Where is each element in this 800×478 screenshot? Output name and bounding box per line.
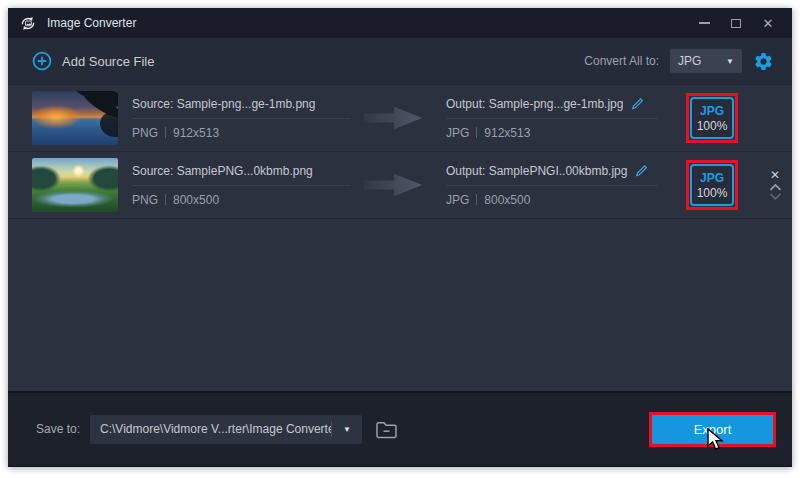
output-format: JPG: [446, 126, 469, 140]
convert-all-group: Convert All to: JPG ▼: [584, 49, 774, 73]
toolbar: Add Source File Convert All to: JPG ▼: [8, 38, 792, 85]
file-list: Source: Sample-png...ge-1mb.png PNG 912x…: [8, 85, 792, 391]
highlight-annotation-red-box: JPG 100%: [686, 160, 738, 210]
save-path-field: C:\Vidmore\Vidmore V...rter\Image Conver…: [90, 415, 362, 444]
browse-folder-icon[interactable]: [375, 420, 398, 439]
divider: [132, 118, 350, 119]
output-filename: Output: Sample-png...ge-1mb.jpg: [446, 97, 623, 111]
source-dimensions: 800x500: [173, 193, 219, 207]
row-controls: ✕: [765, 169, 785, 200]
divider: [446, 118, 658, 119]
highlight-annotation-red-box: JPG 100%: [686, 93, 738, 143]
rename-pencil-icon[interactable]: [634, 164, 648, 178]
badge-quality-label: 100%: [697, 119, 728, 133]
add-plus-icon: [32, 51, 52, 71]
output-filename: Output: SamplePNGI..00kbmb.jpg: [446, 164, 627, 178]
divider: [165, 127, 166, 138]
path-dropdown-chevron-icon[interactable]: ▼: [332, 425, 362, 434]
window-controls: ✕: [690, 12, 782, 34]
export-button[interactable]: Export: [652, 415, 773, 444]
output-dimensions: 912x513: [484, 126, 530, 140]
save-path-value[interactable]: C:\Vidmore\Vidmore V...rter\Image Conver…: [90, 422, 331, 436]
format-quality-badge[interactable]: JPG 100%: [690, 164, 734, 206]
file-row-1: Source: Sample-png...ge-1mb.png PNG 912x…: [8, 85, 792, 152]
thumbnail-beach-sunset: [32, 91, 118, 145]
format-quality-badge[interactable]: JPG 100%: [690, 97, 734, 139]
output-format: JPG: [446, 193, 469, 207]
badge-format-label: JPG: [700, 104, 724, 118]
divider: [165, 194, 166, 205]
convert-arrow-icon: [364, 171, 430, 199]
highlight-annotation-red-box: Export: [649, 412, 776, 447]
settings-gear-icon[interactable]: [753, 51, 774, 72]
app-logo-convert-icon: [18, 14, 38, 33]
minimize-button[interactable]: [690, 12, 718, 34]
minimize-icon: [699, 22, 710, 24]
rename-pencil-icon[interactable]: [630, 97, 644, 111]
format-dropdown-value: JPG: [678, 54, 701, 68]
move-down-chevron-icon[interactable]: [769, 193, 782, 201]
output-info: Output: Sample-png...ge-1mb.jpg JPG 912x…: [446, 97, 658, 140]
save-to-label: Save to:: [36, 422, 80, 436]
source-info: Source: Sample-png...ge-1mb.png PNG 912x…: [132, 97, 350, 140]
format-dropdown[interactable]: JPG ▼: [670, 49, 742, 73]
remove-row-icon[interactable]: ✕: [770, 169, 780, 182]
source-filename: Source: SamplePNG...0kbmb.png: [132, 164, 313, 178]
convert-arrow-icon: [364, 104, 430, 132]
add-source-file-label: Add Source File: [62, 54, 155, 69]
close-icon: ✕: [763, 17, 774, 30]
convert-all-label: Convert All to:: [584, 54, 659, 68]
badge-format-label: JPG: [700, 171, 724, 185]
output-info: Output: SamplePNGI..00kbmb.jpg JPG 800x5…: [446, 164, 658, 207]
app-title: Image Converter: [47, 16, 136, 30]
maximize-icon: [731, 19, 741, 28]
thumbnail-green-valley: [32, 158, 118, 212]
badge-quality-label: 100%: [697, 186, 728, 200]
divider: [132, 185, 350, 186]
output-dimensions: 800x500: [484, 193, 530, 207]
footer-bar: Save to: C:\Vidmore\Vidmore V...rter\Ima…: [8, 391, 792, 465]
shore-silhouette: [98, 109, 118, 139]
divider: [446, 185, 658, 186]
divider: [476, 127, 477, 138]
title-bar: Image Converter ✕: [8, 8, 792, 38]
file-row-2: Source: SamplePNG...0kbmb.png PNG 800x50…: [8, 152, 792, 219]
source-format: PNG: [132, 126, 158, 140]
add-source-file-button[interactable]: Add Source File: [32, 51, 155, 71]
move-up-chevron-icon[interactable]: [769, 184, 782, 192]
source-filename: Source: Sample-png...ge-1mb.png: [132, 97, 315, 111]
maximize-button[interactable]: [722, 12, 750, 34]
chevron-down-icon: ▼: [726, 57, 734, 66]
source-dimensions: 912x513: [173, 126, 219, 140]
source-format: PNG: [132, 193, 158, 207]
close-button[interactable]: ✕: [754, 12, 782, 34]
app-window: Image Converter ✕ Add Source File Conver…: [8, 8, 792, 467]
source-info: Source: SamplePNG...0kbmb.png PNG 800x50…: [132, 164, 350, 207]
divider: [476, 194, 477, 205]
